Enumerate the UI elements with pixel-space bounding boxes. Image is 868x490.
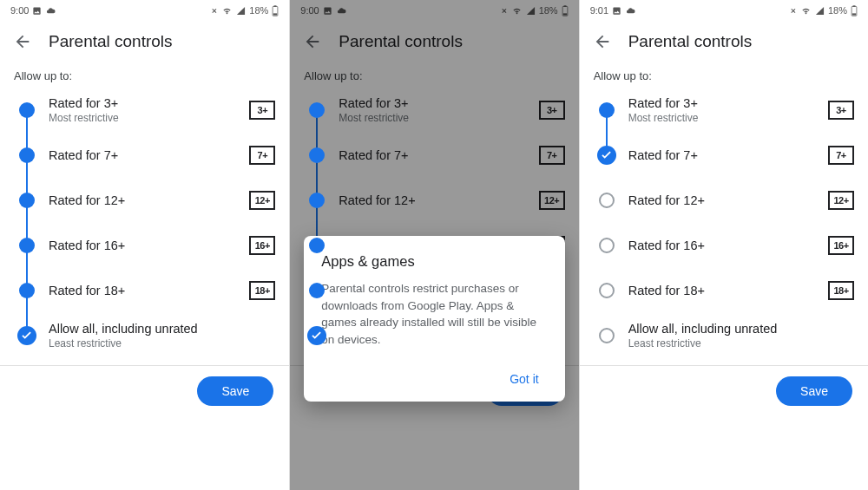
rating-node-icon [19,193,35,208]
rating-list: Rated for 3+Most restrictive 3+ Rated fo… [580,84,868,358]
rating-sublabel: Least restrictive [628,337,854,350]
screen-b: 9:00 18% Parental controls Allow up to: [289,0,578,490]
rating-node-selected-icon [597,146,616,165]
rating-label: Rated for 7+ [628,148,828,162]
rating-node-open-icon [599,193,615,208]
app-bar: Parental controls [580,21,868,62]
section-label: Allow up to: [290,62,578,84]
cloud-icon [336,6,347,16]
rating-sublabel: Most restrictive [339,112,538,124]
wifi-icon [511,6,523,16]
mute-icon [498,6,508,16]
rating-label: Rated for 12+ [628,193,828,207]
rating-row[interactable]: Rated for 12+ 12+ [304,178,564,223]
rating-row[interactable]: Rated for 18+ 18+ [14,268,275,313]
rating-label: Rated for 18+ [49,284,249,297]
page-title: Parental controls [339,32,463,51]
rating-label: Allow all, including unrated [49,322,275,336]
svg-rect-5 [563,5,566,6]
app-bar: Parental controls [290,21,578,62]
rating-label: Rated for 3+ [628,96,828,110]
page-title: Parental controls [49,32,173,51]
rating-node-icon [19,238,35,253]
page-title: Parental controls [628,32,753,51]
mute-icon [208,6,218,16]
back-button[interactable] [297,26,328,57]
rating-sublabel: Most restrictive [49,112,249,124]
rating-node-icon [19,102,35,118]
status-bar: 9:00 18% [290,0,578,21]
battery-text: 18% [539,5,558,16]
rating-badge: 12+ [249,191,275,210]
arrow-back-icon [593,32,612,51]
status-bar: 9:00 18% [0,0,289,21]
back-button[interactable] [587,26,618,57]
clock-text: 9:00 [10,5,29,16]
cloud-icon [625,6,636,16]
rating-row[interactable]: Rated for 12+ 12+ [14,178,275,223]
rating-row[interactable]: Allow all, including unrated Least restr… [14,313,275,358]
save-button[interactable]: Save [776,376,852,406]
section-label: Allow up to: [0,62,289,84]
rating-row[interactable]: Rated for 16+ 16+ [14,223,275,268]
save-button[interactable]: Save [197,376,273,406]
rating-row[interactable]: Rated for 16+ 16+ [594,223,854,268]
battery-icon [851,5,858,16]
image-icon [612,6,621,16]
signal-icon [526,6,536,16]
rating-row[interactable]: Rated for 18+ 18+ [594,268,854,313]
rating-row[interactable]: Allow all, including unratedLeast restri… [594,313,854,358]
rating-row[interactable]: Rated for 7+ 7+ [594,133,854,178]
section-label: Allow up to: [580,62,868,84]
clock-text: 9:01 [590,5,608,16]
rating-row[interactable]: Rated for 12+ 12+ [594,178,854,223]
rating-label: Rated for 12+ [49,193,249,207]
signal-icon [236,6,246,16]
rating-row[interactable]: Rated for 3+Most restrictive 3+ [304,88,564,133]
rating-row[interactable]: Rated for 7+ 7+ [304,133,564,178]
rating-node-open-icon [599,238,615,253]
rating-badge: 3+ [249,101,275,120]
rating-row[interactable]: Rated for 3+ Most restrictive 3+ [14,88,275,133]
rating-row[interactable]: Rated for 7+ 7+ [14,133,275,178]
rating-label: Rated for 12+ [339,193,538,207]
signal-icon [815,6,825,16]
rating-label: Rated for 7+ [49,148,249,162]
wifi-icon [800,6,812,16]
wifi-icon [221,6,233,16]
battery-text: 18% [828,5,847,16]
arrow-back-icon [13,32,32,51]
dialog-body: Parental controls restrict purchases or … [321,280,547,348]
rating-label: Allow all, including unrated [628,322,854,336]
rating-label: Rated for 3+ [339,96,538,110]
rating-node-selected-icon [17,326,36,345]
rating-node-open-icon [599,283,615,298]
rating-label: Rated for 18+ [628,284,828,297]
rating-node-icon [599,102,615,118]
rating-badge: 3+ [828,101,854,120]
image-icon [32,6,42,16]
rating-node-icon [309,102,325,118]
rating-sublabel: Least restrictive [49,337,275,350]
rating-row[interactable]: Rated for 3+Most restrictive 3+ [594,88,854,133]
screen-c: 9:01 18% Parental controls Allow up to: [579,0,868,490]
back-button[interactable] [7,26,38,57]
arrow-back-icon [303,32,322,51]
svg-rect-10 [852,13,856,15]
rating-badge: 16+ [249,236,275,255]
screen-a: 9:00 18% Parental controls Allow up to: [0,0,289,490]
cloud-icon [45,6,56,16]
rating-badge: 12+ [539,191,565,210]
battery-text: 18% [249,5,268,16]
svg-rect-1 [274,5,277,6]
rating-sublabel: Most restrictive [628,112,828,124]
image-icon [323,6,332,16]
battery-icon [562,5,569,16]
svg-rect-2 [273,13,277,15]
rating-node-selected-icon [307,326,326,345]
rating-label: Rated for 16+ [49,238,249,252]
rating-list: Rated for 3+ Most restrictive 3+ Rated f… [0,84,289,358]
dialog-confirm-button[interactable]: Got it [501,363,547,395]
rating-badge: 18+ [249,281,275,300]
rating-badge: 7+ [539,146,565,165]
